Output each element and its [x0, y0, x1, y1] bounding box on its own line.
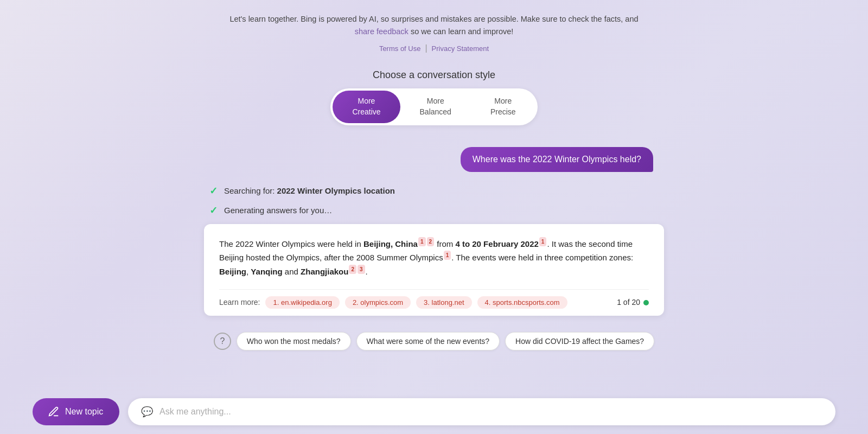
new-topic-icon: [48, 406, 60, 418]
bottom-bar: New topic 💬: [0, 390, 868, 434]
style-btn-precise[interactable]: More Precise: [471, 91, 535, 123]
style-btn-balanced[interactable]: More Balanced: [400, 91, 471, 123]
source-3[interactable]: 3. latlong.net: [416, 296, 471, 309]
ref-6[interactable]: 3: [358, 265, 365, 274]
legal-separator: |: [425, 43, 427, 53]
ref-4[interactable]: 1: [444, 251, 451, 260]
main-container: Let's learn together. Bing is powered by…: [0, 0, 868, 434]
style-buttons-container: More Creative More Balanced More Precise: [330, 88, 537, 125]
source-1[interactable]: 1. en.wikipedia.org: [265, 296, 339, 309]
status-text-1: Searching for: 2022 Winter Olympics loca…: [224, 186, 395, 195]
style-label: Choose a conversation style: [373, 69, 495, 81]
disclaimer-text: Let's learn together. Bing is powered by…: [228, 13, 640, 38]
user-bubble: Where was the 2022 Winter Olympics held?: [461, 147, 653, 172]
question-icon: ?: [214, 333, 231, 350]
suggestion-1[interactable]: Who won the most medals?: [237, 332, 351, 350]
style-btn-creative[interactable]: More Creative: [333, 91, 400, 123]
new-topic-label: New topic: [65, 407, 103, 417]
terms-link[interactable]: Terms of Use: [379, 44, 421, 53]
status-item-1: ✓ Searching for: 2022 Winter Olympics lo…: [204, 185, 664, 197]
source-2[interactable]: 2. olympics.com: [345, 296, 411, 309]
chat-area: Where was the 2022 Winter Olympics held?…: [195, 147, 673, 350]
status-item-2: ✓ Generating answers for you…: [204, 205, 664, 216]
ask-input[interactable]: [159, 407, 822, 417]
answer-box: The 2022 Winter Olympics were held in Be…: [204, 224, 664, 316]
suggestions-row: ? Who won the most medals? What were som…: [204, 332, 664, 350]
ref-3[interactable]: 1: [539, 237, 547, 246]
suggestion-2[interactable]: What were some of the new events?: [356, 332, 500, 350]
input-bar: 💬: [128, 398, 835, 425]
privacy-link[interactable]: Privacy Statement: [432, 44, 489, 53]
share-feedback-link[interactable]: share feedback: [355, 27, 409, 36]
ref-2[interactable]: 2: [427, 237, 435, 246]
checkmark-icon-1: ✓: [209, 185, 218, 197]
disclaimer-text1: Let's learn together. Bing is powered by…: [229, 15, 638, 23]
learn-more-bar: Learn more: 1. en.wikipedia.org 2. olymp…: [219, 289, 649, 316]
count-badge: 1 of 20: [617, 296, 649, 309]
new-topic-button[interactable]: New topic: [33, 398, 119, 425]
status-text-2: Generating answers for you…: [224, 206, 332, 215]
ref-1[interactable]: 1: [418, 237, 426, 246]
ref-5[interactable]: 2: [349, 265, 356, 274]
legal-links: Terms of Use | Privacy Statement: [379, 43, 489, 53]
learn-more-label: Learn more:: [219, 296, 260, 309]
checkmark-icon-2: ✓: [209, 205, 218, 216]
count-text: 1 of 20: [617, 296, 640, 309]
green-dot-icon: [643, 300, 649, 305]
suggestion-3[interactable]: How did COVID-19 affect the Games?: [505, 332, 654, 350]
chat-bubble-icon: 💬: [141, 406, 153, 418]
source-4[interactable]: 4. sports.nbcsports.com: [477, 296, 567, 309]
answer-text: The 2022 Winter Olympics were held in Be…: [219, 237, 649, 290]
disclaimer-text2: so we can learn and improve!: [411, 27, 513, 36]
user-message-container: Where was the 2022 Winter Olympics held?: [204, 147, 664, 172]
